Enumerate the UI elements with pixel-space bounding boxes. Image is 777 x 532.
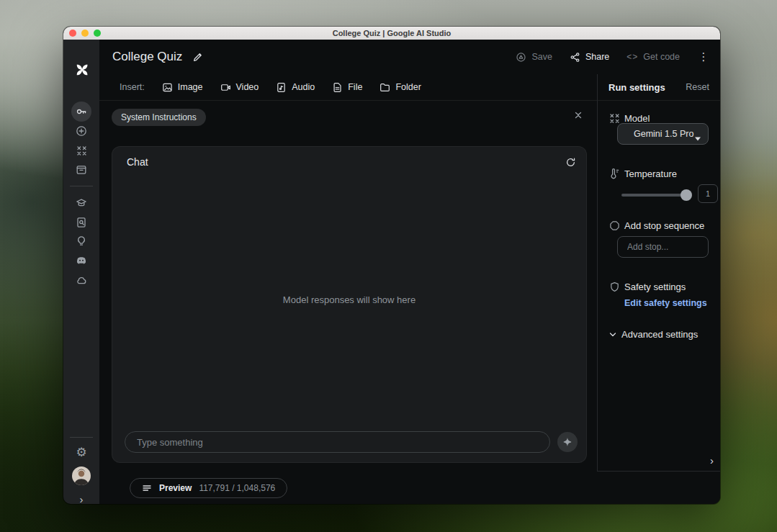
sidebar: ⚙ › xyxy=(63,40,99,504)
new-prompt-icon[interactable] xyxy=(71,121,91,141)
chat-input-row xyxy=(125,431,578,453)
reset-button[interactable]: Reset xyxy=(686,82,709,92)
caret-down-icon xyxy=(694,132,701,145)
stop-sequence-label: Add stop sequence xyxy=(624,220,704,231)
file-icon xyxy=(332,82,343,93)
sidebar-divider xyxy=(70,437,93,438)
empty-state-text: Model responses will show here xyxy=(112,294,586,305)
discord-icon[interactable] xyxy=(71,251,91,271)
screen: College Quiz | Google AI Studio xyxy=(0,0,777,532)
search-docs-icon[interactable] xyxy=(71,212,91,233)
run-settings-header: Run settings Reset xyxy=(598,74,720,101)
save-icon xyxy=(516,52,526,63)
collapse-all-icon[interactable] xyxy=(573,109,583,121)
kebab-menu-icon[interactable]: ⋮ xyxy=(697,50,710,63)
zoom-window-button[interactable] xyxy=(94,30,101,37)
insert-image-button[interactable]: Image xyxy=(162,82,203,93)
panel-collapse-icon[interactable]: › xyxy=(710,456,714,466)
system-instructions-chip[interactable]: System Instructions xyxy=(112,109,206,126)
model-dropdown[interactable]: Gemini 1.5 Pro xyxy=(617,123,709,145)
edit-title-pencil-icon[interactable] xyxy=(192,52,203,63)
temperature-icon xyxy=(608,168,620,179)
prompt-title: College Quiz xyxy=(112,50,182,64)
stop-octagon-icon xyxy=(608,220,620,231)
insert-file-button[interactable]: File xyxy=(332,82,362,93)
chat-panel-header: Chat xyxy=(127,156,576,168)
safety-settings-label: Safety settings xyxy=(624,281,686,292)
traffic-lights xyxy=(69,27,101,40)
minimize-window-button[interactable] xyxy=(81,30,89,37)
app-window: College Quiz | Google AI Studio xyxy=(63,27,720,504)
run-button[interactable] xyxy=(557,432,578,452)
run-settings-title: Run settings xyxy=(608,82,665,93)
temperature-slider[interactable] xyxy=(621,194,691,197)
preview-label: Preview xyxy=(159,483,192,493)
insert-toolbar: Insert: Image Video xyxy=(99,74,597,101)
model-dropdown-value: Gemini 1.5 Pro xyxy=(634,129,693,139)
run-settings-panel: Run settings Reset Model Gemini 1.5 Pro … xyxy=(597,74,720,472)
header-actions: Save Share <> Get code ⋮ xyxy=(516,50,710,63)
insert-folder-button[interactable]: Folder xyxy=(379,82,421,93)
main-area: Insert: Image Video xyxy=(99,74,597,472)
insert-video-button[interactable]: Video xyxy=(220,82,259,93)
insert-audio-button[interactable]: Audio xyxy=(276,82,315,93)
temperature-slider-thumb[interactable] xyxy=(681,189,692,201)
refresh-icon[interactable] xyxy=(565,157,576,168)
close-window-button[interactable] xyxy=(69,30,76,37)
model-label: Model xyxy=(624,113,650,124)
token-count: 117,791 / 1,048,576 xyxy=(199,483,275,493)
code-icon: <> xyxy=(626,52,638,62)
model-icon xyxy=(608,112,620,124)
temperature-value-box[interactable]: 1 xyxy=(698,184,718,203)
stop-sequence-input[interactable] xyxy=(617,236,709,258)
video-icon xyxy=(220,82,231,93)
shield-icon xyxy=(608,281,620,292)
app-header: College Quiz Save Share < xyxy=(99,40,720,75)
sidebar-divider xyxy=(70,186,93,186)
save-button[interactable]: Save xyxy=(516,52,552,63)
system-instructions-row: System Instructions xyxy=(99,101,597,133)
window-title: College Quiz | Google AI Studio xyxy=(333,29,452,37)
ai-studio-logo-icon[interactable] xyxy=(71,60,91,80)
chat-panel: Chat Model responses will show here xyxy=(112,146,587,463)
settings-gear-icon[interactable]: ⚙ xyxy=(71,442,91,462)
advanced-settings-toggle[interactable]: Advanced settings xyxy=(621,329,698,340)
edit-safety-settings-link[interactable]: Edit safety settings xyxy=(624,298,707,308)
bottom-bar: Preview 117,791 / 1,048,576 xyxy=(99,472,720,504)
spark-send-icon xyxy=(562,437,572,447)
preview-button[interactable]: Preview 117,791 / 1,048,576 xyxy=(130,478,287,498)
tips-bulb-icon[interactable] xyxy=(71,231,91,251)
preview-menu-icon xyxy=(142,483,152,493)
audio-icon xyxy=(276,82,287,93)
drive-cloud-icon[interactable] xyxy=(71,270,91,290)
prompt-gallery-icon[interactable] xyxy=(71,140,91,161)
get-code-button[interactable]: <> Get code xyxy=(626,52,680,62)
window-titlebar[interactable]: College Quiz | Google AI Studio xyxy=(63,27,720,40)
library-icon[interactable] xyxy=(71,160,91,180)
temperature-label: Temperature xyxy=(624,168,677,179)
chat-input[interactable] xyxy=(125,431,550,453)
api-key-icon[interactable] xyxy=(71,102,91,122)
share-button[interactable]: Share xyxy=(570,52,609,63)
image-icon xyxy=(162,82,173,93)
share-icon xyxy=(570,52,580,63)
chat-title: Chat xyxy=(127,156,148,168)
chevron-down-icon xyxy=(607,329,619,341)
learn-icon[interactable] xyxy=(71,193,91,213)
folder-icon xyxy=(379,82,390,93)
sidebar-expand-icon[interactable]: › xyxy=(71,490,91,504)
avatar[interactable] xyxy=(71,466,91,486)
insert-label: Insert: xyxy=(120,82,145,92)
